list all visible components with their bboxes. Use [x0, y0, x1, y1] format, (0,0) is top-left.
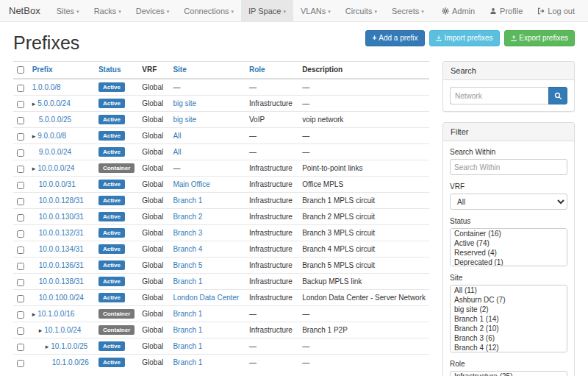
prefix-link[interactable]: 5.0.0.0/25	[39, 116, 71, 124]
expand-arrow-icon[interactable]: ▸	[46, 343, 49, 350]
vrf-select[interactable]: All	[450, 194, 567, 210]
site-option[interactable]: Branch 2 (10)	[451, 324, 567, 333]
expand-arrow-icon[interactable]: ▸	[32, 311, 36, 318]
site-link[interactable]: All	[173, 148, 181, 156]
site-link[interactable]: Branch 2	[173, 213, 202, 221]
role-option[interactable]: Infrastructure (25)	[451, 372, 567, 376]
nav-item-vlans[interactable]: VLANs▾	[293, 0, 338, 21]
prefix-link[interactable]: 10.1.0.0/26	[52, 358, 89, 366]
row-checkbox[interactable]	[17, 182, 24, 189]
profile-menu-item[interactable]: Profile	[482, 0, 530, 21]
row-checkbox[interactable]	[17, 198, 24, 205]
site-option[interactable]: big site (2)	[451, 305, 567, 314]
prefix-link[interactable]: 5.0.0.0/24	[37, 99, 70, 107]
prefix-link[interactable]: 10.0.0.134/31	[39, 245, 84, 253]
role-filter-select[interactable]: Infrastructure (25)Management (8)Private…	[450, 371, 567, 376]
site-option[interactable]: Branch 3 (6)	[451, 333, 567, 343]
site-link[interactable]: Branch 4	[173, 245, 202, 253]
prefix-link[interactable]: 10.0.100.0/24	[39, 294, 84, 302]
prefix-link[interactable]: 10.0.0.128/31	[39, 196, 84, 205]
site-link[interactable]: big site	[173, 116, 196, 124]
row-checkbox[interactable]	[17, 166, 24, 173]
site-option[interactable]: All (11)	[451, 285, 567, 295]
expand-arrow-icon[interactable]: ▸	[32, 132, 36, 140]
site-link[interactable]: All	[173, 132, 181, 140]
site-link[interactable]: Branch 1	[173, 358, 202, 366]
row-checkbox[interactable]	[17, 133, 24, 141]
nav-item-racks[interactable]: Racks▾	[87, 0, 129, 21]
logout-menu-item[interactable]: Log out	[530, 0, 582, 21]
site-link[interactable]: big site	[173, 99, 196, 107]
row-checkbox[interactable]	[17, 263, 24, 270]
row-checkbox[interactable]	[17, 279, 24, 286]
row-checkbox[interactable]	[17, 85, 24, 92]
prefix-link[interactable]: 10.0.0.130/31	[39, 213, 84, 221]
row-checkbox[interactable]	[17, 360, 24, 367]
sort-header-status[interactable]: Status	[98, 65, 121, 74]
site-link[interactable]: Branch 3	[173, 229, 202, 237]
site-link[interactable]: Branch 1	[173, 277, 202, 285]
prefix-link[interactable]: 9.0.0.0/8	[37, 132, 66, 140]
row-checkbox[interactable]	[17, 230, 24, 238]
site-link[interactable]: Branch 1	[173, 326, 202, 334]
select-all-checkbox[interactable]	[17, 66, 24, 74]
site-link[interactable]: London Data Center	[173, 294, 239, 302]
row-checkbox[interactable]	[17, 117, 24, 124]
sort-header-role[interactable]: Role	[249, 65, 265, 74]
search-input[interactable]	[450, 87, 548, 104]
status-option[interactable]: Container (16)	[451, 229, 567, 238]
prefix-link[interactable]: 1.0.0.0/8	[32, 83, 61, 91]
row-checkbox[interactable]	[17, 327, 24, 335]
nav-item-connections[interactable]: Connections▾	[176, 0, 241, 21]
expand-arrow-icon[interactable]: ▸	[32, 100, 36, 107]
role-value: —	[245, 144, 298, 160]
row-checkbox[interactable]	[17, 311, 24, 319]
nav-item-sites[interactable]: Sites▾	[49, 0, 87, 21]
site-option[interactable]: Ashburn DC (7)	[451, 295, 567, 305]
search-within-input[interactable]	[450, 159, 567, 175]
row-checkbox[interactable]	[17, 246, 24, 254]
add-prefix-button[interactable]: +Add a prefix	[365, 30, 424, 46]
row-checkbox[interactable]	[17, 344, 24, 351]
site-link[interactable]: Branch 5	[173, 261, 202, 269]
status-filter-select[interactable]: Container (16)Active (74)Reserved (4)Dep…	[450, 228, 567, 266]
site-option[interactable]: Branch 4 (12)	[451, 343, 567, 352]
expand-arrow-icon[interactable]: ▸	[32, 165, 36, 172]
site-link[interactable]: Branch 1	[173, 196, 202, 205]
status-badge: Container	[98, 325, 135, 335]
nav-item-circuits[interactable]: Circuits▾	[338, 0, 384, 21]
site-link[interactable]: Branch 1	[173, 310, 202, 318]
sort-header-prefix[interactable]: Prefix	[32, 65, 53, 74]
site-link[interactable]: Branch 1	[173, 342, 202, 350]
site-option[interactable]: Branch 1 (14)	[451, 314, 567, 324]
sort-header-site[interactable]: Site	[173, 65, 186, 74]
prefix-link[interactable]: 10.1.0.0/25	[51, 342, 87, 350]
prefix-link[interactable]: 10.1.0.0/16	[37, 310, 74, 318]
nav-item-ip-space[interactable]: IP Space▾	[241, 0, 293, 21]
prefix-link[interactable]: 9.0.0.0/24	[39, 148, 71, 156]
prefix-link[interactable]: 10.0.0.136/31	[39, 261, 84, 269]
search-button[interactable]	[548, 87, 567, 104]
prefix-link[interactable]: 10.0.0.0/24	[37, 164, 74, 172]
row-checkbox[interactable]	[17, 149, 24, 157]
role-value: Infrastructure	[245, 96, 298, 112]
prefix-link[interactable]: 10.0.0.0/31	[39, 180, 76, 188]
import-prefixes-button[interactable]: Import prefixes	[429, 30, 499, 46]
nav-item-devices[interactable]: Devices▾	[129, 0, 177, 21]
expand-arrow-icon[interactable]: ▸	[39, 327, 43, 334]
status-option[interactable]: Deprecated (1)	[451, 258, 567, 266]
prefix-link[interactable]: 10.0.0.132/31	[39, 229, 84, 237]
site-filter-select[interactable]: All (11)Ashburn DC (7)big site (2)Branch…	[450, 285, 567, 352]
row-checkbox[interactable]	[17, 214, 24, 221]
status-option[interactable]: Reserved (4)	[451, 248, 567, 258]
row-checkbox[interactable]	[17, 295, 24, 302]
site-link[interactable]: Main Office	[173, 180, 209, 188]
prefix-link[interactable]: 10.1.0.0/24	[44, 326, 81, 334]
nav-item-secrets[interactable]: Secrets▾	[384, 0, 431, 21]
status-option[interactable]: Active (74)	[451, 238, 567, 248]
export-prefixes-button[interactable]: Export prefixes	[504, 30, 575, 46]
admin-menu-item[interactable]: Admin	[434, 0, 482, 21]
row-checkbox[interactable]	[17, 101, 24, 108]
prefix-link[interactable]: 10.0.0.138/31	[39, 277, 84, 285]
brand-logo[interactable]: NetBox	[6, 0, 49, 21]
